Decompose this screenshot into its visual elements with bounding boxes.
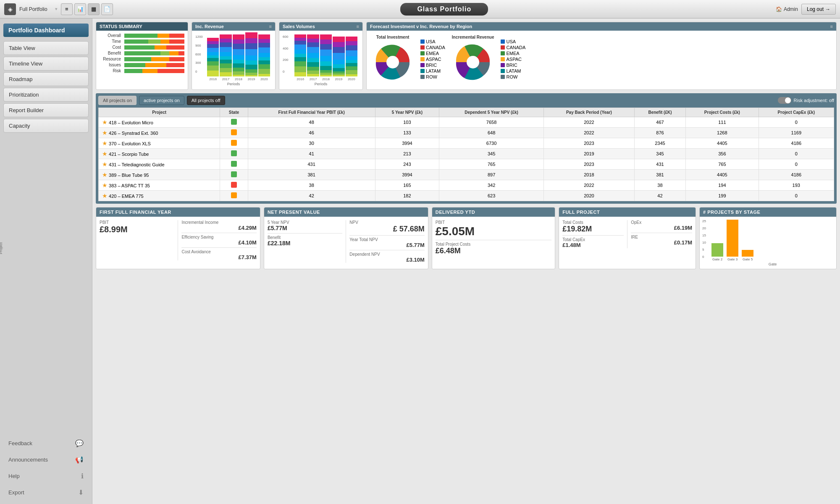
bar-2017: 2017	[220, 34, 231, 81]
delivered-costs-value: £6.48M	[436, 247, 551, 255]
dep-npv-value: £3.10M	[349, 257, 424, 263]
sidebar-item-prioritization[interactable]: Prioritization	[3, 88, 89, 102]
benefit-label-npv: Benefit	[268, 235, 342, 240]
bar-2020: 2020	[258, 34, 270, 81]
project-table: Project State First Full Financial Year …	[98, 108, 834, 201]
pbit-cell: 431	[248, 159, 375, 170]
filter-row: All projects on active projects on All p…	[98, 96, 834, 105]
sidebar-item-roadmap[interactable]: Roadmap	[3, 72, 89, 86]
status-row-time: Time	[100, 39, 184, 44]
sidebar-item-feedback[interactable]: Feedback 💬	[3, 436, 89, 451]
capex-cell: 0	[759, 159, 834, 170]
npv5-cell: 3994	[375, 170, 439, 180]
costs-cell: 194	[686, 180, 759, 191]
status-row-cost: Cost	[100, 45, 184, 50]
active-projects-on-button[interactable]: active projects on	[139, 96, 184, 105]
arrow-icon: ▾	[55, 6, 58, 12]
sales-volumes-menu-icon[interactable]: ≡	[357, 24, 359, 29]
star-icon[interactable]: ★	[102, 192, 108, 199]
first-full-card: FIRST FULL FINANCIAL YEAR PBIT £8.99M In…	[96, 207, 260, 269]
inc-revenue-title: Inc. Revenue ≡	[192, 22, 275, 31]
stage-bars: Gate 2 Gate 3 Gate 5	[711, 219, 834, 261]
star-icon[interactable]: ★	[102, 182, 108, 189]
stage-chart-area: 25 20 15 10 5 0 Gate 2	[702, 219, 834, 266]
status-row-benefit: Benefit	[100, 51, 184, 55]
topbar: ◈ Full Portfolio ▾ ≡ 📊 ▦ 📄 Glass Portfol…	[0, 0, 840, 18]
status-row-resource: Resource	[100, 57, 184, 61]
project-id: 431 – Telediagnostic Guide	[109, 162, 165, 167]
sidebar-item-timeline-view[interactable]: Timeline View	[3, 57, 89, 71]
gate5-label: Gate 5	[743, 257, 753, 261]
bar-chart-icon[interactable]: 📊	[74, 3, 86, 15]
project-name-cell: ★ 370 – Evolution XLS	[99, 138, 220, 149]
costs-cell: 4405	[686, 170, 759, 180]
sales-volumes-chart: 600 400 200 0	[283, 33, 359, 86]
content-area: STATUS SUMMARY Overall	[92, 18, 840, 504]
npv5-value: £5.77M	[268, 225, 342, 231]
sidebar-item-report-builder[interactable]: Report Builder	[3, 103, 89, 117]
logout-button[interactable]: Log out →	[801, 4, 836, 15]
sales-volumes-card: Sales Volumes ≡ 600 400 200 0	[279, 22, 363, 90]
legend-aspac: ASPAC	[420, 57, 445, 62]
star-icon[interactable]: ★	[102, 161, 108, 168]
app-logo[interactable]: ◈	[4, 3, 16, 15]
star-icon[interactable]: ★	[102, 119, 108, 126]
sales-volumes-title: Sales Volumes ≡	[279, 22, 362, 31]
forecast-menu-icon[interactable]: ≡	[830, 24, 833, 29]
incremental-revenue-pie	[452, 41, 494, 83]
star-icon[interactable]: ★	[102, 129, 108, 136]
gate3-bar	[727, 220, 738, 257]
state-indicator	[231, 182, 237, 188]
list-view-icon[interactable]: ≡	[61, 3, 73, 15]
inc-revenue-menu-icon[interactable]: ≡	[269, 24, 272, 29]
ire-label: IRE	[631, 235, 692, 239]
sidebar-item-table-view[interactable]: Table View	[3, 41, 89, 55]
benefit-cell: 876	[634, 128, 685, 138]
col-dep-npv: Dependent 5 Year NPV (£k)	[439, 108, 544, 117]
pbit-cell: 42	[248, 191, 375, 201]
col-npv5: 5 Year NPV (£k)	[375, 108, 439, 117]
col-project: Project	[99, 108, 220, 117]
report-icon[interactable]: 📄	[101, 3, 113, 15]
sidebar-item-help[interactable]: Help ℹ	[3, 469, 89, 483]
legend2-aspac: ASPAC	[501, 57, 525, 62]
capex-label: Total CapEx	[562, 237, 624, 242]
benefit-cell: 467	[634, 117, 685, 128]
npv-card: NET PRESENT VALUE 5 Year NPV £5.77M Bene…	[264, 207, 428, 269]
dep-npv-label: Dependent NPV	[349, 252, 424, 257]
pbit-col: PBIT £8.99M	[100, 220, 174, 260]
risk-toggle-switch[interactable]	[778, 97, 791, 104]
npv5-cell: 103	[375, 117, 439, 128]
payback-cell: 2023	[544, 138, 635, 149]
npv5-col: 5 Year NPV £5.77M Benefit £22.18M	[268, 220, 342, 263]
sidebar-item-export[interactable]: Export ⬇	[3, 485, 89, 500]
gate2-label: Gate 2	[712, 257, 722, 261]
forecast-content: Total Investment	[370, 33, 833, 85]
star-icon[interactable]: ★	[102, 140, 108, 147]
ire-value: £0.17M	[631, 239, 692, 246]
table-view-icon[interactable]: ▦	[88, 3, 100, 15]
benefit-cell: 431	[634, 159, 685, 170]
legend-2: USA CANADA EMEA ASPAC BRIC LATAM ROW	[501, 35, 525, 83]
star-icon[interactable]: ★	[102, 171, 108, 178]
table-row: ★ 431 – Telediagnostic Guide 431 243 765…	[99, 159, 834, 170]
star-icon[interactable]: ★	[102, 150, 108, 157]
all-projects-on-button[interactable]: All projects on	[98, 96, 136, 105]
costs-cell: 765	[686, 159, 759, 170]
feedback-label: Feedback	[8, 440, 32, 446]
legend2-latam: LATAM	[501, 68, 525, 74]
npv5-cell: 165	[375, 180, 439, 191]
sidebar-item-announcements[interactable]: Announcements 📢	[3, 452, 89, 467]
sidebar-item-capacity[interactable]: Capacity	[3, 119, 89, 133]
incremental-revenue-label: Incremental Revenue	[452, 35, 494, 39]
all-projects-off-button[interactable]: All projects off	[187, 96, 225, 105]
legend2-row: ROW	[501, 74, 525, 79]
costs-cell: 1268	[686, 128, 759, 138]
dep-npv-cell: 648	[439, 128, 544, 138]
pbit-cell: 30	[248, 138, 375, 149]
cost-avoidance-value: £7.37M	[181, 254, 256, 260]
main-layout: Portfolio Dashboard Table View Timeline …	[0, 18, 840, 504]
legend-1: USA CANADA EMEA ASPAC BRIC LATAM ROW	[420, 35, 445, 83]
total-costs-col: Total Costs £19.82M Total CapEx £1.48M	[562, 220, 624, 248]
npv-body: 5 Year NPV £5.77M Benefit £22.18M NPV £ …	[264, 217, 428, 266]
